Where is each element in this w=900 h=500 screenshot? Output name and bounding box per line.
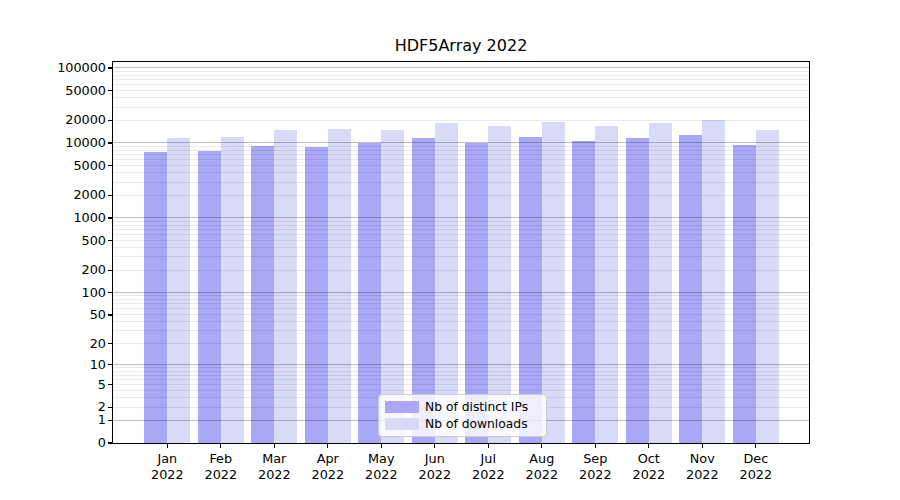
y-tick-label-2: 2 — [0, 399, 106, 415]
bar-chart-figure: HDF5Array 2022 0125102050100200500100020… — [0, 0, 900, 500]
gridline-5000 — [113, 165, 809, 166]
gridline-90000 — [113, 71, 809, 72]
gridline-30 — [113, 330, 809, 331]
gridline-90 — [113, 295, 809, 296]
gridline-9 — [113, 367, 809, 368]
y-tick-mark-20 — [108, 343, 112, 344]
y-tick-label-2000: 2000 — [0, 187, 106, 203]
y-tick-label-50000: 50000 — [0, 83, 106, 99]
gridline-1000 — [113, 217, 809, 218]
y-tick-mark-50000 — [108, 90, 112, 91]
gridline-70 — [113, 303, 809, 304]
y-tick-mark-100000 — [108, 67, 112, 68]
x-tick-mark-mar — [274, 444, 275, 448]
gridline-5 — [113, 384, 809, 385]
y-tick-label-10000: 10000 — [0, 135, 106, 151]
y-tick-label-1000: 1000 — [0, 210, 106, 226]
gridline-10000 — [113, 142, 809, 143]
y-tick-mark-10 — [108, 364, 112, 365]
gridline-70000 — [113, 79, 809, 80]
gridline-10 — [113, 364, 809, 365]
x-tick-mark-oct — [648, 444, 649, 448]
legend: Nb of distinct IPs Nb of downloads — [378, 394, 547, 437]
y-tick-mark-10000 — [108, 142, 112, 143]
gridline-100 — [113, 292, 809, 293]
gridline-40000 — [113, 97, 809, 98]
gridline-4 — [113, 390, 809, 391]
legend-swatch-downloads — [385, 418, 419, 430]
y-tick-label-50: 50 — [0, 307, 106, 323]
y-tick-label-500: 500 — [0, 233, 106, 249]
gridline-20000 — [113, 120, 809, 121]
gridline-100000 — [113, 67, 809, 68]
x-tick-mark-may — [381, 444, 382, 448]
gridline-6 — [113, 379, 809, 380]
x-tick-mark-jun — [434, 444, 435, 448]
gridline-700 — [113, 229, 809, 230]
y-tick-label-20000: 20000 — [0, 112, 106, 128]
gridline-200 — [113, 270, 809, 271]
legend-label-downloads: Nb of downloads — [425, 417, 528, 431]
gridlines-layer — [113, 62, 809, 443]
y-tick-mark-50 — [108, 314, 112, 315]
gridline-300 — [113, 256, 809, 257]
y-tick-mark-20000 — [108, 120, 112, 121]
x-tick-mark-aug — [541, 444, 542, 448]
y-tick-mark-5000 — [108, 165, 112, 166]
y-tick-mark-200 — [108, 270, 112, 271]
gridline-400 — [113, 247, 809, 248]
legend-label-distinct-ips: Nb of distinct IPs — [425, 400, 528, 414]
y-tick-mark-500 — [108, 240, 112, 241]
gridline-50 — [113, 314, 809, 315]
gridline-6000 — [113, 159, 809, 160]
gridline-600 — [113, 234, 809, 235]
y-tick-label-20: 20 — [0, 336, 106, 352]
gridline-20 — [113, 343, 809, 344]
y-tick-label-5: 5 — [0, 377, 106, 393]
gridline-8 — [113, 371, 809, 372]
y-tick-label-200: 200 — [0, 262, 106, 278]
y-tick-label-100000: 100000 — [0, 60, 106, 76]
gridline-900 — [113, 221, 809, 222]
gridline-80000 — [113, 75, 809, 76]
y-tick-mark-1000 — [108, 217, 112, 218]
gridline-800 — [113, 225, 809, 226]
y-tick-mark-5 — [108, 384, 112, 385]
gridline-80 — [113, 299, 809, 300]
x-tick-mark-feb — [220, 444, 221, 448]
x-tick-mark-dec — [755, 444, 756, 448]
gridline-9000 — [113, 146, 809, 147]
gridline-4000 — [113, 172, 809, 173]
y-tick-mark-2 — [108, 407, 112, 408]
gridline-7000 — [113, 154, 809, 155]
legend-swatch-distinct-ips — [385, 401, 419, 413]
y-tick-label-0: 0 — [0, 435, 106, 451]
gridline-40 — [113, 321, 809, 322]
gridline-3000 — [113, 182, 809, 183]
plot-area — [112, 61, 810, 444]
x-tick-mark-sep — [595, 444, 596, 448]
legend-row-downloads: Nb of downloads — [385, 417, 538, 431]
y-tick-mark-1 — [108, 420, 112, 421]
chart-title: HDF5Array 2022 — [113, 36, 809, 55]
gridline-30000 — [113, 107, 809, 108]
gridline-60 — [113, 308, 809, 309]
gridline-7 — [113, 375, 809, 376]
x-tick-mark-jan — [167, 444, 168, 448]
y-tick-mark-0 — [108, 442, 112, 443]
x-tick-mark-nov — [702, 444, 703, 448]
y-tick-label-5000: 5000 — [0, 158, 106, 174]
gridline-8000 — [113, 150, 809, 151]
gridline-500 — [113, 240, 809, 241]
gridline-50000 — [113, 90, 809, 91]
y-tick-label-100: 100 — [0, 285, 106, 301]
x-tick-mark-jul — [488, 444, 489, 448]
x-tick-mark-apr — [327, 444, 328, 448]
y-tick-mark-100 — [108, 292, 112, 293]
gridline-2000 — [113, 195, 809, 196]
y-tick-label-10: 10 — [0, 357, 106, 373]
y-tick-mark-2000 — [108, 195, 112, 196]
x-tick-label-dec: Dec 2022 — [724, 451, 788, 482]
gridline-60000 — [113, 84, 809, 85]
legend-row-distinct-ips: Nb of distinct IPs — [385, 400, 538, 414]
